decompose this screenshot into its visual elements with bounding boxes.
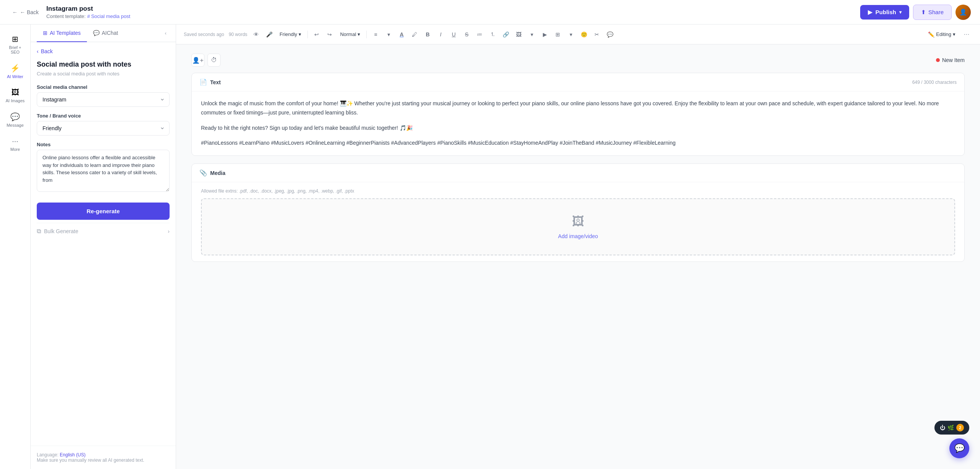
text-color-button[interactable]: A bbox=[396, 29, 407, 40]
tone-label: Tone / Brand voice bbox=[37, 113, 170, 119]
collapse-icon: ‹ bbox=[165, 30, 167, 36]
bullet-list-button[interactable]: ≔ bbox=[474, 29, 485, 40]
cut-button[interactable]: ✂ bbox=[591, 29, 603, 40]
new-item-indicator: New Item bbox=[936, 57, 965, 63]
toolbar-right: ✏️ Editing ▾ ··· bbox=[924, 29, 972, 40]
ai-writer-icon: ⚡ bbox=[10, 64, 20, 73]
tone-select[interactable]: Friendly Professional Casual Formal Humo… bbox=[37, 121, 170, 136]
sidebar-item-ai-images[interactable]: 🖼 AI Images bbox=[2, 84, 29, 107]
link-button[interactable]: 🔗 bbox=[500, 29, 511, 40]
language-link[interactable]: English (US) bbox=[60, 452, 85, 458]
microphone-icon-button[interactable]: 🎤 bbox=[263, 29, 275, 40]
add-user-icon-button[interactable]: 👤+ bbox=[191, 54, 204, 67]
word-count: 90 words bbox=[229, 32, 247, 37]
format-label: Normal bbox=[340, 31, 356, 37]
channel-select[interactable]: Instagram Twitter Facebook LinkedIn TikT… bbox=[37, 92, 170, 107]
upload-label: Add image/video bbox=[558, 233, 598, 239]
hashtag-icon: # bbox=[87, 13, 90, 19]
text-block-icon: 📄 bbox=[199, 78, 207, 86]
sidebar-item-ai-writer[interactable]: ⚡ AI Writer bbox=[2, 60, 29, 83]
image-button[interactable]: 🖼 bbox=[513, 29, 524, 40]
comment-button[interactable]: 💬 bbox=[604, 29, 616, 40]
image-chevron-button[interactable]: ▾ bbox=[526, 29, 537, 40]
highlight-button[interactable]: 🖊 bbox=[409, 29, 420, 40]
bulk-generate-arrow-icon: › bbox=[168, 228, 170, 234]
format-select-button[interactable]: Normal ▾ bbox=[337, 30, 363, 39]
regenerate-button[interactable]: Re-generate bbox=[37, 203, 170, 220]
notes-textarea[interactable]: Online piano lessons offer a flexible an… bbox=[37, 150, 170, 192]
more-dots-icon: ··· bbox=[12, 137, 18, 145]
eye-icon-button[interactable]: 👁 bbox=[250, 29, 262, 40]
doc-icons: 👤+ ⏱ bbox=[191, 54, 220, 67]
tab-ai-templates-icon: ⊞ bbox=[43, 30, 47, 36]
editor-toolbar: Saved seconds ago 90 words 👁 🎤 Friendly … bbox=[176, 25, 980, 44]
tone-label: Friendly bbox=[279, 31, 297, 37]
number-list-button[interactable]: ⒈ bbox=[487, 29, 498, 40]
saved-status: Saved seconds ago bbox=[184, 32, 224, 37]
bulk-generate-left: ⧉ Bulk Generate bbox=[37, 228, 78, 235]
emoji-button[interactable]: 🙂 bbox=[578, 29, 590, 40]
strikethrough-button[interactable]: S bbox=[461, 29, 472, 40]
brief-seo-icon: ⊞ bbox=[12, 34, 18, 44]
bulk-generate-row[interactable]: ⧉ Bulk Generate › bbox=[37, 223, 170, 239]
sidebar-item-message[interactable]: 💬 Message bbox=[2, 108, 29, 131]
avatar[interactable]: 👤 bbox=[956, 5, 971, 20]
new-item-dot bbox=[936, 58, 940, 62]
left-panel: ⊞ AI Templates 💬 AIChat ‹ ‹ Back Social … bbox=[31, 25, 176, 469]
bold-button[interactable]: B bbox=[422, 29, 433, 40]
floating-power-icon[interactable]: ⏻ bbox=[940, 425, 945, 431]
italic-button[interactable]: I bbox=[435, 29, 446, 40]
sidebar-item-brief-seo[interactable]: ⊞ Brief + SEO bbox=[2, 31, 29, 58]
more-options-button[interactable]: ··· bbox=[961, 29, 972, 40]
channel-form-group: Social media channel Instagram Twitter F… bbox=[37, 84, 170, 107]
table-button[interactable]: ⊞ bbox=[552, 29, 564, 40]
new-item-label: New Item bbox=[942, 57, 965, 63]
undo-button[interactable]: ↩ bbox=[311, 29, 322, 40]
panel-back-button[interactable]: ‹ Back bbox=[37, 48, 53, 54]
template-link[interactable]: # Social media post bbox=[87, 13, 131, 19]
tone-chevron-icon: ▾ bbox=[299, 31, 301, 37]
text-content-block: 📄 Text 649 / 3000 characters Unlock the … bbox=[191, 73, 965, 156]
header-subtitle: Content template: # Social media post bbox=[46, 13, 856, 19]
sidebar-item-more[interactable]: ··· More bbox=[2, 133, 29, 155]
play-button[interactable]: ▶ bbox=[539, 29, 550, 40]
align-chevron-button[interactable]: ▾ bbox=[383, 29, 394, 40]
collapse-panel-button[interactable]: ‹ bbox=[162, 25, 170, 42]
back-label: ← Back bbox=[20, 9, 39, 15]
text-block-title: Text bbox=[210, 79, 909, 85]
media-block-icon: 📎 bbox=[199, 169, 207, 176]
back-button[interactable]: ← ← Back bbox=[9, 8, 42, 17]
share-button[interactable]: ⬆ Share bbox=[913, 5, 952, 20]
media-block-body: Allowed file extns: .pdf, .doc, .docx, .… bbox=[192, 182, 964, 261]
editor-area: Saved seconds ago 90 words 👁 🎤 Friendly … bbox=[176, 25, 980, 469]
upload-image-icon: 🖼 bbox=[572, 214, 584, 229]
chat-fab-button[interactable]: 💬 bbox=[949, 438, 969, 458]
editing-button[interactable]: ✏️ Editing ▾ bbox=[924, 30, 959, 39]
tab-ai-chat[interactable]: 💬 AIChat bbox=[87, 25, 124, 42]
panel-footer: Language: English (US) Make sure you man… bbox=[31, 446, 176, 469]
tab-ai-chat-icon: 💬 bbox=[93, 30, 100, 36]
publish-arrow-icon: ▶ bbox=[868, 9, 872, 16]
redo-button[interactable]: ↪ bbox=[324, 29, 335, 40]
toolbar-divider-2 bbox=[366, 31, 367, 38]
history-icon-button[interactable]: ⏱ bbox=[207, 54, 220, 67]
format-chevron-icon: ▾ bbox=[358, 31, 360, 37]
icon-sidebar: ⊞ Brief + SEO ⚡ AI Writer 🖼 AI Images 💬 … bbox=[0, 25, 31, 469]
floating-leaf-icon[interactable]: 🌿 bbox=[947, 425, 954, 431]
upload-area[interactable]: 🖼 Add image/video bbox=[201, 198, 955, 255]
notes-label: Notes bbox=[37, 142, 170, 147]
bulk-generate-icon: ⧉ bbox=[37, 228, 41, 235]
media-block-title: Media bbox=[210, 170, 957, 176]
channel-label: Social media channel bbox=[37, 84, 170, 90]
text-para-2: Ready to hit the right notes? Sign up to… bbox=[201, 124, 955, 133]
tone-selector[interactable]: Friendly ▾ bbox=[276, 30, 304, 39]
publish-button[interactable]: ▶ Publish ▾ bbox=[860, 5, 909, 20]
notes-form-group: Notes Online piano lessons offer a flexi… bbox=[37, 142, 170, 193]
align-button[interactable]: ≡ bbox=[370, 29, 381, 40]
text-block-body[interactable]: Unlock the magic of music from the comfo… bbox=[192, 92, 964, 155]
tone-form-group: Tone / Brand voice Friendly Professional… bbox=[37, 113, 170, 136]
tab-ai-templates[interactable]: ⊞ AI Templates bbox=[37, 25, 87, 42]
underline-button[interactable]: U bbox=[448, 29, 459, 40]
table-chevron-button[interactable]: ▾ bbox=[565, 29, 577, 40]
main-content: ⊞ Brief + SEO ⚡ AI Writer 🖼 AI Images 💬 … bbox=[0, 25, 980, 469]
